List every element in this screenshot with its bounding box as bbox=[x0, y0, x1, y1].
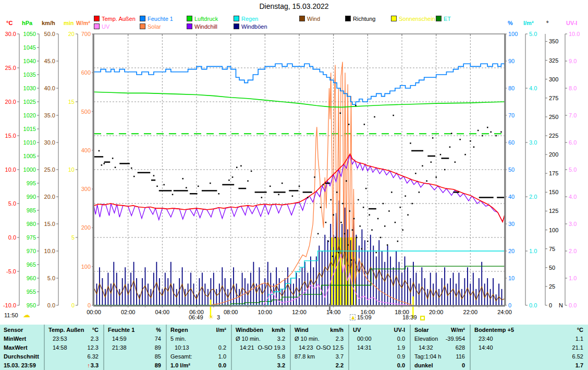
axis-tick-label: 30 bbox=[508, 221, 514, 227]
legend-label: Windböen bbox=[241, 23, 267, 30]
axis-tick-label: 20:00 bbox=[429, 309, 444, 315]
axis-tick-label: 5.0 bbox=[569, 166, 577, 173]
axis-tick-label: 1040 bbox=[23, 58, 36, 64]
footer-text: Regen bbox=[167, 327, 188, 333]
footer-column-bodentemp: Bodentemp +5°C23:401.114:4021.16.521.7 bbox=[471, 325, 588, 370]
footer-cell-feuchte-1-avg: 85 bbox=[104, 352, 166, 361]
axis-solar: 7006005004003002001000 bbox=[81, 31, 94, 308]
footer-text: MaxWert bbox=[0, 344, 28, 351]
axis-tick-label: 9.0 bbox=[569, 58, 577, 64]
footer-text: MinWert bbox=[0, 336, 26, 342]
axis-unit-direction: ° bbox=[546, 20, 548, 26]
footer-cell-windboeen-cur: 3.2 bbox=[232, 361, 290, 369]
axis-tick-label: 35.0 bbox=[44, 112, 55, 118]
footer-row-label-4: 15.03. 23:59 bbox=[0, 361, 44, 369]
footer-text: Bodentemp +5 bbox=[471, 327, 514, 333]
legend-swatch bbox=[234, 23, 239, 29]
footer-value: ↑3.3 bbox=[87, 362, 103, 368]
legend-swatch bbox=[234, 16, 239, 21]
footer-text: 14:31 bbox=[349, 344, 372, 351]
axis-direction: 3503253002752502252001751501251007550250… bbox=[545, 34, 563, 308]
legend-swatch bbox=[391, 16, 397, 21]
axis-tick-label: 80 bbox=[508, 85, 514, 91]
axis-tick-label: 3.0 bbox=[569, 221, 577, 227]
footer-text: UV bbox=[349, 327, 361, 333]
axis-tick-label: 10.0 bbox=[44, 248, 55, 254]
axis-tick-label: 7.0 bbox=[569, 112, 577, 118]
axis-tick-label: 980 bbox=[27, 221, 36, 227]
footer-value: 85 bbox=[155, 353, 166, 360]
legend-item-luftdruck: Luftdruck bbox=[187, 15, 218, 22]
axis-tick-label: 10 bbox=[68, 166, 75, 173]
footer-cell-wind-min: Ø 10 min.2.3 bbox=[291, 335, 348, 343]
axis-uv: 10.09.08.07.06.05.04.03.02.01.00.0 bbox=[565, 31, 580, 308]
legend-label: Regen bbox=[241, 16, 258, 22]
footer-text: Windböen bbox=[232, 327, 263, 333]
footer-value: O-SO 19.3 bbox=[258, 344, 290, 351]
footer-header-feuchte-1: Feuchte 1% bbox=[104, 326, 166, 335]
sunset-time-label: 18:39 bbox=[402, 314, 417, 320]
footer-text: °C bbox=[92, 327, 103, 333]
footer-value: 2.3 bbox=[336, 336, 348, 342]
footer-cell-solar-avg: Tag:1:04 h116 bbox=[411, 352, 470, 361]
footer-text: 14:23 bbox=[291, 344, 313, 351]
axis-unit-solar: W/m² bbox=[76, 20, 90, 26]
footer-value: 0.0 bbox=[397, 336, 410, 342]
legend-label: Sonnenschein bbox=[399, 16, 435, 22]
footer-header-bodentemp: Bodentemp +5°C bbox=[471, 326, 588, 335]
footer-value: O-SO 12.5 bbox=[316, 344, 348, 351]
legend-item-solar: Solar bbox=[140, 23, 161, 30]
footer-cell-regen-min: 5 min. bbox=[167, 335, 231, 343]
axis-tick-label: 04:00 bbox=[155, 309, 170, 315]
footer-column-windboeen: Windböenkm/hØ 10 min.3.214:21O-SO 19.35.… bbox=[232, 325, 291, 370]
axis-unit-temp: °C bbox=[6, 20, 13, 26]
footer-text: °C bbox=[577, 327, 588, 333]
footer-cell-solar-min: Elevation-39.954 bbox=[411, 335, 470, 343]
axis-tick-label: 600 bbox=[81, 69, 91, 76]
footer-text: 87.8 km bbox=[291, 353, 315, 360]
solar-peak-icon bbox=[350, 314, 356, 320]
legend-item-regen: Regen bbox=[234, 15, 258, 22]
footer-cell-bodentemp-min: 23:401.1 bbox=[471, 335, 588, 343]
legend-item-windchill: Windchill bbox=[187, 23, 217, 30]
solar-peak-time-label: 15:09 bbox=[357, 314, 372, 320]
footer-text: 23:40 bbox=[471, 336, 493, 342]
footer-value: 1.1 bbox=[575, 336, 588, 342]
sun-icon: ☀ bbox=[208, 313, 214, 321]
footer-value: 6.52 bbox=[572, 353, 588, 360]
legend-label: ET bbox=[444, 16, 451, 22]
footer-value: 89 bbox=[155, 362, 166, 368]
axis-tick-label: 225 bbox=[549, 133, 558, 139]
footer-text: 14:59 bbox=[104, 336, 127, 342]
axis-tick-label: 325 bbox=[549, 57, 558, 64]
footer-column-uv: UVUV-I00:000.014:311.90.90.0 bbox=[349, 325, 411, 370]
footer-cell-wind-cur: 2.2 bbox=[291, 361, 348, 369]
axis-tick-label: 10:00 bbox=[258, 309, 273, 315]
legend-item-et: ET bbox=[436, 15, 451, 22]
footer-cell-uv-cur: 0.0 bbox=[349, 361, 410, 369]
footer-cell-temp-aussen-max: 14:5812.3 bbox=[45, 343, 103, 352]
legend-item-wind: Wind bbox=[299, 15, 320, 22]
axis-tick-label: 14:00 bbox=[326, 309, 341, 315]
footer-text: 5 min. bbox=[167, 336, 186, 342]
footer-value: 2.3 bbox=[91, 336, 103, 342]
axis-unit-sunminutes: min bbox=[64, 20, 74, 26]
axis-tick-label: 25 bbox=[549, 283, 555, 290]
axis-tick-label: 30.0 bbox=[44, 139, 55, 146]
footer-value: 0.2 bbox=[218, 344, 231, 351]
footer-cell-wind-max: 14:23O-SO 12.5 bbox=[291, 343, 348, 352]
footer-value: 21.1 bbox=[572, 344, 588, 351]
footer-text: Ø 10 min. bbox=[291, 336, 320, 342]
footer-cell-regen-cur: 1.0 l/m²0.0 bbox=[167, 361, 231, 369]
x-axis-labels: 00:0002:0004:0006:0008:0010:0012:0014:00… bbox=[87, 309, 512, 315]
axis-tick-label: 50 bbox=[549, 265, 555, 271]
axis-tick-label: 985 bbox=[27, 207, 36, 213]
legend-item-richtung: Richtung bbox=[345, 15, 375, 22]
axis-tick-label: 10 bbox=[508, 275, 514, 281]
footer-text: 14:21 bbox=[232, 344, 254, 351]
footer-value: 0.0 bbox=[397, 362, 410, 368]
axis-tick-label: 150 bbox=[549, 189, 558, 195]
footer-text: UV-I bbox=[394, 327, 410, 333]
footer-cell-wind-avg: 87.8 km3.7 bbox=[291, 352, 348, 361]
axis-tick-label: 0.0 bbox=[529, 302, 537, 308]
